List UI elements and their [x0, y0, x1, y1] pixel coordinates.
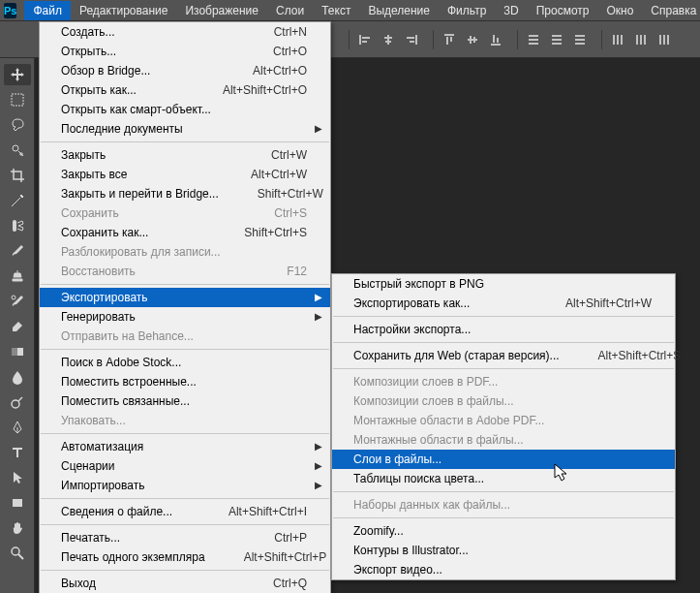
menubar-item-выделение[interactable]: Выделение	[359, 1, 439, 20]
align-vcenter-icon[interactable]	[463, 30, 482, 49]
file-menu-item[interactable]: Сценарии▶	[40, 456, 330, 476]
lasso-tool[interactable]	[4, 114, 31, 136]
file-menu-item[interactable]: Обзор в Bridge...Alt+Ctrl+O	[40, 61, 330, 80]
brush-tool[interactable]	[4, 240, 31, 262]
distribute-bottom-icon[interactable]	[570, 30, 590, 49]
export-menu-item[interactable]: Настройки экспорта...	[332, 320, 675, 339]
menu-item-shortcut: Alt+Shift+Ctrl+W	[527, 296, 652, 310]
align-hcenter-icon[interactable]	[379, 30, 398, 49]
zoom-tool[interactable]	[4, 543, 31, 564]
pen-tool[interactable]	[4, 417, 31, 438]
blur-tool[interactable]	[4, 366, 31, 388]
file-menu-item[interactable]: Печатать...Ctrl+P	[40, 528, 330, 547]
menubar-item-просмотр[interactable]: Просмотр	[528, 1, 598, 20]
export-menu-item[interactable]: Экспорт видео...	[332, 560, 675, 579]
export-menu-item[interactable]: Быстрый экспорт в PNG	[332, 274, 675, 294]
align-top-icon[interactable]	[440, 30, 459, 49]
align-right-edges-icon[interactable]	[402, 30, 421, 49]
crop-tool[interactable]	[4, 165, 31, 186]
marquee-tool[interactable]	[4, 89, 31, 110]
menu-item-label: Печатать...	[61, 531, 235, 545]
distribute-vcenter-icon[interactable]	[547, 30, 566, 49]
move-tool[interactable]	[4, 64, 31, 85]
export-menu-item[interactable]: Таблицы поиска цвета...	[332, 469, 675, 488]
menu-item-shortcut: Shift+Ctrl+W	[219, 187, 323, 201]
menubar-item-изображение[interactable]: Изображение	[176, 1, 267, 20]
menubar-item-редактирование[interactable]: Редактирование	[71, 1, 176, 20]
menu-item-label: Сценарии	[61, 459, 307, 473]
eraser-tool[interactable]	[4, 316, 31, 337]
clone-stamp-tool[interactable]	[4, 265, 31, 287]
align-group-1	[349, 30, 427, 49]
menu-item-label: Экспортировать как...	[353, 296, 527, 310]
export-menu-item[interactable]: Zoomify...	[332, 521, 675, 541]
menubar-item-справка[interactable]: Справка	[642, 1, 700, 20]
file-menu-separator	[41, 524, 329, 525]
distribute-top-icon[interactable]	[524, 30, 543, 49]
svg-rect-35	[667, 35, 669, 45]
file-menu-item[interactable]: Закрыть и перейти в Bridge...Shift+Ctrl+…	[40, 184, 330, 203]
svg-rect-8	[410, 41, 414, 43]
spot-heal-tool[interactable]	[4, 215, 31, 236]
export-menu-item[interactable]: Контуры в Illustrator...	[332, 541, 675, 560]
svg-rect-27	[613, 35, 615, 45]
path-select-tool[interactable]	[4, 467, 31, 488]
history-brush-tool[interactable]	[4, 291, 31, 312]
eyedropper-tool[interactable]	[4, 190, 31, 211]
file-menu-separator	[41, 141, 329, 142]
menu-item-shortcut: Ctrl+N	[235, 25, 307, 39]
file-menu-item[interactable]: ЗакрытьCtrl+W	[40, 145, 330, 165]
menubar-item-3d[interactable]: 3D	[495, 1, 527, 20]
hand-tool[interactable]	[4, 517, 31, 539]
menu-item-label: Слои в файлы...	[353, 453, 652, 466]
menubar-item-слои[interactable]: Слои	[267, 1, 313, 20]
file-menu-item[interactable]: Открыть как смарт-объект...	[40, 100, 330, 119]
file-menu-item[interactable]: Сохранить как...Shift+Ctrl+S	[40, 223, 330, 242]
file-menu-item[interactable]: Открыть...Ctrl+O	[40, 42, 330, 61]
align-left-edges-icon[interactable]	[355, 30, 375, 49]
distribute-right-icon[interactable]	[654, 30, 674, 49]
file-menu-item[interactable]: Автоматизация▶	[40, 437, 330, 456]
file-menu-item[interactable]: Закрыть всеAlt+Ctrl+W	[40, 165, 330, 184]
menubar-item-окно[interactable]: Окно	[597, 1, 642, 20]
file-menu-item[interactable]: Открыть как...Alt+Shift+Ctrl+O	[40, 80, 330, 100]
dodge-tool[interactable]	[4, 391, 31, 413]
file-menu-item[interactable]: Поместить встроенные...	[40, 372, 330, 391]
svg-rect-18	[529, 35, 538, 37]
file-menu-item[interactable]: Создать...Ctrl+N	[40, 22, 330, 42]
menu-item-label: Монтажные области в файлы...	[353, 433, 652, 447]
menu-item-label: Восстановить	[61, 265, 248, 278]
menubar-item-файл[interactable]: Файл	[24, 1, 71, 20]
menubar-item-текст[interactable]: Текст	[313, 1, 359, 20]
file-menu-item[interactable]: Экспортировать▶	[40, 288, 330, 307]
menubar-item-фильтр[interactable]: Фильтр	[439, 1, 495, 20]
svg-rect-0	[359, 35, 361, 45]
menu-item-label: Экспортировать	[61, 291, 307, 304]
menu-item-label: Композиции слоев в файлы...	[353, 394, 652, 408]
menu-item-shortcut: Alt+Shift+Ctrl+P	[205, 550, 327, 564]
file-menu-item[interactable]: ВыходCtrl+Q	[40, 574, 330, 593]
rectangle-tool[interactable]	[4, 492, 31, 514]
menu-item-label: Сохранить	[61, 206, 235, 220]
distribute-hcenter-icon[interactable]	[631, 30, 651, 49]
file-menu-item[interactable]: Печать одного экземпляраAlt+Shift+Ctrl+P	[40, 547, 330, 567]
menu-item-label: Упаковать...	[61, 414, 307, 427]
file-menu-item[interactable]: Генерировать▶	[40, 307, 330, 327]
svg-rect-21	[552, 35, 562, 37]
file-menu-item[interactable]: Последние документы▶	[40, 119, 330, 139]
align-bottom-icon[interactable]	[486, 30, 505, 49]
svg-rect-32	[644, 35, 646, 45]
type-tool[interactable]	[4, 442, 31, 463]
file-menu-item[interactable]: Сведения о файле...Alt+Shift+Ctrl+I	[40, 502, 330, 521]
export-menu-item[interactable]: Экспортировать как...Alt+Shift+Ctrl+W	[332, 294, 675, 313]
svg-rect-10	[446, 37, 448, 45]
export-menu-item[interactable]: Сохранить для Web (старая версия)...Alt+…	[332, 346, 675, 365]
gradient-tool[interactable]	[4, 341, 31, 362]
distribute-left-icon[interactable]	[608, 30, 627, 49]
file-menu-item[interactable]: Поместить связанные...	[40, 391, 330, 411]
file-menu-item[interactable]: Импортировать▶	[40, 476, 330, 495]
quick-select-tool[interactable]	[4, 140, 31, 161]
file-menu-item[interactable]: Поиск в Adobe Stock...	[40, 353, 330, 372]
menu-item-label: Закрыть все	[61, 168, 212, 181]
export-menu-item[interactable]: Слои в файлы...	[332, 450, 675, 469]
